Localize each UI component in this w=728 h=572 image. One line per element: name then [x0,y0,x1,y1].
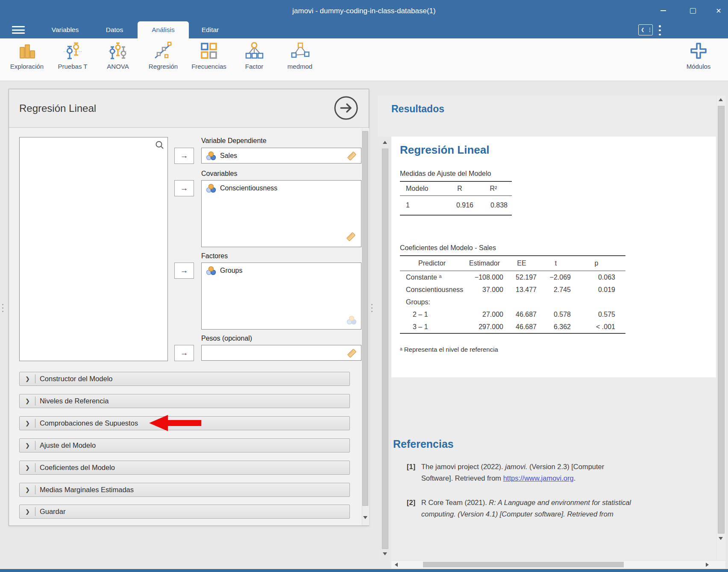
fit-table-title: Medidas de Ajuste del Modelo [400,170,491,178]
section-coeficientes-del-modelo[interactable]: ❯ Coeficientes del Modelo [19,461,350,475]
ribbon-item-frecuencias[interactable]: Frecuencias [185,41,232,70]
analysis-title: Regresión Lineal [19,89,96,128]
scroll-right-icon[interactable] [706,563,709,567]
reference-item-1: [1] The jamovi project (2022). jamovi. (… [407,461,663,484]
scroll-down-icon[interactable] [363,516,367,519]
ribbon-item-regresion[interactable]: Regresión [140,41,187,70]
panel-splitter-drag-handle[interactable] [371,304,373,312]
coef-row-3-1: 3 – 1 297.000 46.687 6.362 < .001 [400,321,625,333]
bar-chart-icon [17,41,37,62]
chevron-right-icon: ❯ [25,398,30,404]
scroll-down-icon[interactable] [383,552,387,555]
coef-row-conscientiousness: Conscientiousness 37.000 13.477 2.745 0.… [400,283,625,296]
coef-table: Predictor Estimador EE t p Constante ᵃ −… [400,255,625,334]
results-header-band [378,96,716,137]
menu-kebab-icon[interactable] [659,25,661,35]
jamovi-org-link[interactable]: https://www.jamovi.org [503,474,574,482]
ribbon-item-pruebas-t[interactable]: Pruebas T [49,41,96,70]
left-edge-drag-handle[interactable] [2,304,3,312]
nominal-variable-icon [206,184,216,193]
reference-item-2: [2] R Core Team (2021). R: A Language an… [407,497,663,519]
fit-col-modelo: Modelo [400,182,444,196]
results-panel: Resultados Regresión Lineal Medidas de A… [378,81,728,569]
nominal-variable-icon-faded [346,315,357,327]
coef-row-constante: Constante ᵃ −108.000 52.197 −2.069 0.063 [400,271,625,283]
analysis-options-panel: Regresión Lineal → → → → Variable Depend… [9,89,369,526]
close-icon: ✕ [716,7,721,15]
assign-factor-button[interactable]: → [174,263,194,279]
results-panel-title: Resultados [391,103,444,115]
frequencies-icon [199,41,219,62]
assign-weights-button[interactable]: → [174,345,194,361]
tab-variables[interactable]: Variables [41,21,89,38]
ruler-icon [345,231,357,244]
ruler-icon [346,150,358,163]
options-scrollbar-thumb[interactable] [362,131,368,506]
close-button[interactable]: ✕ [709,0,728,21]
section-medias-marginales-estimadas[interactable]: ❯ Medias Marginales Estimadas [19,483,350,497]
maximize-button[interactable] [683,0,703,21]
section-niveles-de-referencia[interactable]: ❯ Niveles de Referencia [19,394,350,408]
section-ajuste-del-modelo[interactable]: ❯ Ajuste del Modelo [19,438,350,452]
variable-source-list[interactable] [19,137,168,361]
scroll-left-icon[interactable] [395,563,398,567]
collapse-results-icon[interactable]: ❮ [638,24,653,35]
plus-icon [689,41,708,62]
assign-covariate-button[interactable]: → [174,180,194,196]
nominal-variable-icon [206,266,216,275]
results-analysis-heading: Regresión Lineal [400,143,490,157]
weights-field[interactable] [201,345,361,361]
dependent-variable-field[interactable]: Sales [201,148,361,163]
tab-analisis[interactable]: Análisis [138,21,189,38]
chevron-right-icon: ❯ [25,442,30,449]
weights-label: Pesos (opcional) [201,335,252,342]
t-test-icon [63,41,82,62]
factors-label: Factores [201,252,228,260]
circle-arrow-icon [334,96,358,120]
variable-chip-groups[interactable]: Groups [206,266,242,275]
window-title: jamovi - dummy-coding-in-class-database(… [0,0,728,21]
minimize-icon [660,10,666,11]
fit-table: Modelo R R² 1 0.916 0.838 [400,181,512,216]
coef-row-groups: Groups: [400,296,625,308]
variable-chip-conscientiousness[interactable]: Conscientiousness [206,184,277,193]
run-analysis-button[interactable] [334,96,358,120]
scroll-up-icon[interactable] [383,141,387,144]
status-strip [0,569,728,572]
results-left-scrollbar-thumb[interactable] [382,149,388,549]
hamburger-icon[interactable] [12,26,25,34]
scroll-up-icon[interactable] [719,98,723,101]
section-constructor-del-modelo[interactable]: ❯ Constructor del Modelo [19,372,350,386]
variable-chip-sales[interactable]: Sales [206,151,237,161]
fit-col-r2: R² [475,182,512,196]
section-guardar[interactable]: ❯ Guardar [19,505,350,519]
chevron-right-icon: ❯ [25,508,30,515]
ribbon-item-factor[interactable]: Factor [231,41,278,70]
chevron-right-icon: ❯ [25,420,30,426]
assign-dependent-button[interactable]: → [174,148,194,164]
ribbon-item-exploracion[interactable]: Exploración [3,41,50,70]
ribbon-item-medmod[interactable]: medmod [276,41,323,70]
ruler-icon [346,347,358,361]
results-hscrollbar-thumb[interactable] [423,562,624,567]
ribbon-item-anova[interactable]: ANOVA [94,41,141,70]
covariates-box[interactable]: Conscientiousness [201,180,361,247]
factors-box[interactable]: Groups [201,263,361,330]
chevron-right-icon: ❯ [25,487,30,493]
fit-col-r: R [444,182,475,196]
minimize-button[interactable] [653,0,673,21]
coef-row-2-1: 2 – 1 27.000 46.687 0.578 0.575 [400,308,625,321]
chevron-right-icon: ❯ [25,464,30,471]
scroll-down-icon[interactable] [719,537,723,540]
references-heading: Referencias [393,438,454,450]
coef-table-footnote: ᵃ Representa el nivel de referencia [400,346,498,353]
results-scrollbar-thumb[interactable] [718,106,725,534]
tab-datos[interactable]: Datos [91,21,138,38]
tab-editar[interactable]: Editar [189,21,232,38]
mediation-icon [290,41,310,62]
regression-icon [153,41,173,62]
anova-icon [108,41,128,62]
red-annotation-arrow [149,414,201,433]
ribbon-item-modulos[interactable]: Módulos [675,41,722,70]
factor-tree-icon [244,41,264,62]
